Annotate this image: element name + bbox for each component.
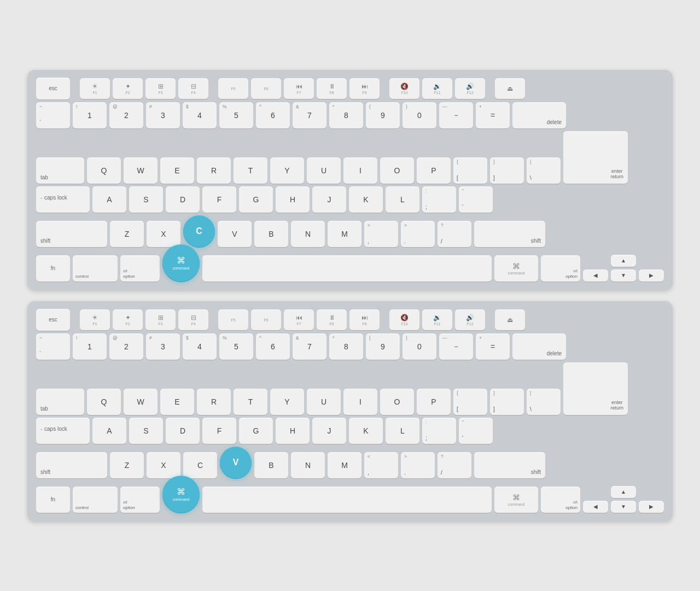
key-semicolon[interactable]: :; (422, 186, 456, 213)
key-semicolon-2[interactable]: :; (422, 418, 456, 444)
key-f1-2[interactable]: ☀F1 (80, 309, 110, 330)
key-f7[interactable]: ⏮F7 (284, 78, 314, 99)
key-c-2[interactable]: C (183, 452, 217, 478)
key-1-2[interactable]: !1 (73, 333, 107, 360)
key-shift-right[interactable]: shift (474, 221, 545, 247)
key-backslash-2[interactable]: |\ (527, 389, 561, 415)
key-rbracket[interactable]: }] (490, 157, 524, 184)
key-eject-2[interactable]: ⏏ (495, 309, 525, 330)
key-esc-2[interactable]: esc (36, 309, 70, 331)
key-slash[interactable]: ?/ (438, 221, 471, 247)
key-tab[interactable]: tab (36, 157, 84, 184)
key-tab-2[interactable]: tab (36, 389, 84, 415)
key-comma-2[interactable]: <, (364, 452, 398, 478)
key-f11-2[interactable]: 🔉F11 (422, 309, 452, 330)
key-m[interactable]: M (328, 221, 361, 247)
key-7[interactable]: &7 (293, 102, 326, 128)
key-backslash[interactable]: |\ (527, 157, 561, 184)
key-e[interactable]: E (160, 157, 194, 184)
key-command-left-highlighted[interactable]: ⌘ command (162, 244, 200, 282)
key-f4-2[interactable]: ⊟F4 (178, 309, 208, 330)
key-option-left[interactable]: altoption (120, 255, 160, 282)
key-minus[interactable]: —− (439, 102, 473, 128)
key-equals[interactable]: += (476, 102, 510, 128)
key-0-2[interactable]: )0 (402, 333, 436, 360)
key-x[interactable]: X (147, 221, 180, 247)
key-slash-2[interactable]: ?/ (438, 452, 471, 478)
key-z-2[interactable]: Z (110, 452, 144, 478)
key-s[interactable]: S (129, 186, 163, 213)
key-0[interactable]: )0 (402, 102, 436, 128)
key-y[interactable]: Y (270, 157, 304, 184)
key-arrow-up-2[interactable]: ▲ (611, 486, 636, 498)
key-b-2[interactable]: B (254, 452, 288, 478)
key-f8[interactable]: ⏸F8 (317, 78, 347, 99)
key-arrow-down-2[interactable]: ▼ (611, 501, 636, 513)
key-f7-2[interactable]: ⏮F7 (284, 309, 314, 330)
key-arrow-left[interactable]: ◀ (583, 270, 608, 282)
key-q-2[interactable]: Q (87, 389, 121, 415)
key-fn-2[interactable]: fn (36, 487, 70, 513)
key-6[interactable]: ^6 (256, 102, 290, 128)
key-b[interactable]: B (254, 221, 288, 247)
key-option-right[interactable]: altoption (541, 255, 580, 282)
key-v[interactable]: V (218, 221, 252, 247)
key-quote[interactable]: "' (459, 186, 493, 213)
key-n[interactable]: N (291, 221, 325, 247)
key-p-2[interactable]: P (417, 389, 451, 415)
key-f3[interactable]: ⊞F3 (145, 78, 176, 99)
key-f1[interactable]: ☀F1 (80, 78, 110, 99)
key-return-2[interactable]: enterreturn (563, 362, 628, 415)
key-2-2[interactable]: @2 (109, 333, 143, 360)
key-h-2[interactable]: H (276, 418, 310, 444)
key-return[interactable]: enterreturn (563, 131, 628, 184)
key-7-2[interactable]: &7 (293, 333, 326, 360)
key-m-2[interactable]: M (328, 452, 361, 478)
key-fn[interactable]: fn (36, 255, 70, 282)
key-control-2[interactable]: control (73, 487, 118, 513)
key-w[interactable]: W (124, 157, 158, 184)
key-8-2[interactable]: *8 (329, 333, 363, 360)
key-4[interactable]: $4 (183, 102, 217, 128)
key-i-2[interactable]: I (343, 389, 377, 415)
key-9-2[interactable]: (9 (366, 333, 400, 360)
key-eject[interactable]: ⏏ (495, 78, 525, 99)
key-equals-2[interactable]: += (476, 333, 510, 360)
key-6-2[interactable]: ^6 (256, 333, 290, 360)
key-h[interactable]: H (276, 186, 310, 213)
key-control[interactable]: control (73, 255, 118, 282)
key-f2[interactable]: ✦F2 (113, 78, 143, 99)
key-1[interactable]: !1 (73, 102, 107, 128)
key-v-highlighted[interactable]: V (220, 447, 252, 478)
key-a[interactable]: A (92, 186, 126, 213)
key-f5-2[interactable]: F5 (218, 309, 248, 330)
key-space-2[interactable] (202, 487, 492, 513)
key-f9-2[interactable]: ⏭F9 (349, 309, 380, 330)
key-d[interactable]: D (166, 186, 200, 213)
key-j-2[interactable]: J (312, 418, 346, 444)
key-lbracket[interactable]: {[ (453, 157, 487, 184)
key-f4[interactable]: ⊟F4 (178, 78, 208, 99)
key-g[interactable]: G (239, 186, 273, 213)
key-f10[interactable]: 🔇F10 (389, 78, 419, 99)
key-f5[interactable]: F5 (218, 78, 248, 99)
key-o[interactable]: O (380, 157, 414, 184)
key-capslock[interactable]: ●caps lock (36, 186, 90, 213)
key-u-2[interactable]: U (307, 389, 341, 415)
key-f9[interactable]: ⏭F9 (349, 78, 380, 99)
key-option-right-2[interactable]: altoption (541, 487, 580, 513)
key-j[interactable]: J (312, 186, 346, 213)
key-rbracket-2[interactable]: }] (490, 389, 524, 415)
key-i[interactable]: I (343, 157, 377, 184)
key-f12[interactable]: 🔊F12 (455, 78, 485, 99)
key-arrow-down[interactable]: ▼ (611, 270, 636, 282)
key-q[interactable]: Q (87, 157, 121, 184)
key-esc[interactable]: esc (36, 78, 70, 100)
key-shift-right-2[interactable]: shift (474, 452, 545, 478)
key-a-2[interactable]: A (92, 418, 126, 444)
key-4-2[interactable]: $4 (183, 333, 217, 360)
key-e-2[interactable]: E (160, 389, 194, 415)
key-comma[interactable]: <, (364, 221, 398, 247)
key-k[interactable]: K (349, 186, 383, 213)
key-5-2[interactable]: %5 (219, 333, 253, 360)
